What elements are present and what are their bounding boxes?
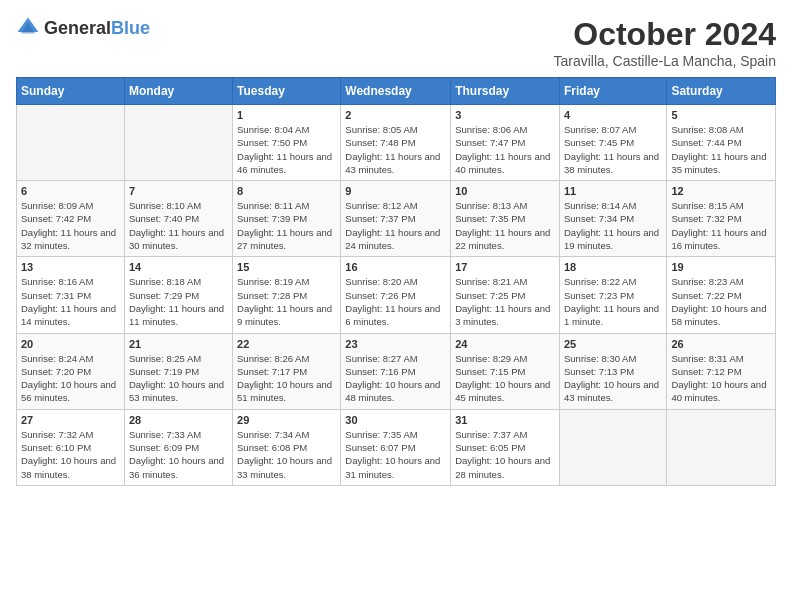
logo-text: GeneralBlue (44, 18, 150, 39)
header-thursday: Thursday (451, 78, 560, 105)
table-row: 5Sunrise: 8:08 AM Sunset: 7:44 PM Daylig… (667, 105, 776, 181)
table-row (559, 409, 666, 485)
table-row: 25Sunrise: 8:30 AM Sunset: 7:13 PM Dayli… (559, 333, 666, 409)
table-row: 18Sunrise: 8:22 AM Sunset: 7:23 PM Dayli… (559, 257, 666, 333)
day-info: Sunrise: 8:23 AM Sunset: 7:22 PM Dayligh… (671, 275, 771, 328)
day-info: Sunrise: 8:25 AM Sunset: 7:19 PM Dayligh… (129, 352, 228, 405)
table-row: 12Sunrise: 8:15 AM Sunset: 7:32 PM Dayli… (667, 181, 776, 257)
day-number: 18 (564, 261, 662, 273)
calendar-week-row: 20Sunrise: 8:24 AM Sunset: 7:20 PM Dayli… (17, 333, 776, 409)
location-subtitle: Taravilla, Castille-La Mancha, Spain (553, 53, 776, 69)
day-info: Sunrise: 8:06 AM Sunset: 7:47 PM Dayligh… (455, 123, 555, 176)
day-number: 15 (237, 261, 336, 273)
table-row: 22Sunrise: 8:26 AM Sunset: 7:17 PM Dayli… (233, 333, 341, 409)
day-number: 29 (237, 414, 336, 426)
day-number: 1 (237, 109, 336, 121)
calendar-week-row: 13Sunrise: 8:16 AM Sunset: 7:31 PM Dayli… (17, 257, 776, 333)
day-info: Sunrise: 8:08 AM Sunset: 7:44 PM Dayligh… (671, 123, 771, 176)
table-row: 2Sunrise: 8:05 AM Sunset: 7:48 PM Daylig… (341, 105, 451, 181)
day-info: Sunrise: 8:19 AM Sunset: 7:28 PM Dayligh… (237, 275, 336, 328)
day-info: Sunrise: 8:26 AM Sunset: 7:17 PM Dayligh… (237, 352, 336, 405)
day-number: 28 (129, 414, 228, 426)
calendar-table: Sunday Monday Tuesday Wednesday Thursday… (16, 77, 776, 486)
day-number: 17 (455, 261, 555, 273)
table-row: 21Sunrise: 8:25 AM Sunset: 7:19 PM Dayli… (124, 333, 232, 409)
table-row (124, 105, 232, 181)
day-number: 4 (564, 109, 662, 121)
day-number: 8 (237, 185, 336, 197)
day-info: Sunrise: 8:29 AM Sunset: 7:15 PM Dayligh… (455, 352, 555, 405)
table-row: 31Sunrise: 7:37 AM Sunset: 6:05 PM Dayli… (451, 409, 560, 485)
day-number: 26 (671, 338, 771, 350)
day-number: 9 (345, 185, 446, 197)
day-info: Sunrise: 8:04 AM Sunset: 7:50 PM Dayligh… (237, 123, 336, 176)
day-number: 2 (345, 109, 446, 121)
day-number: 25 (564, 338, 662, 350)
table-row (667, 409, 776, 485)
table-row: 30Sunrise: 7:35 AM Sunset: 6:07 PM Dayli… (341, 409, 451, 485)
day-number: 20 (21, 338, 120, 350)
calendar-week-row: 27Sunrise: 7:32 AM Sunset: 6:10 PM Dayli… (17, 409, 776, 485)
day-number: 6 (21, 185, 120, 197)
logo: GeneralBlue (16, 16, 150, 40)
table-row: 10Sunrise: 8:13 AM Sunset: 7:35 PM Dayli… (451, 181, 560, 257)
day-info: Sunrise: 8:20 AM Sunset: 7:26 PM Dayligh… (345, 275, 446, 328)
table-row: 13Sunrise: 8:16 AM Sunset: 7:31 PM Dayli… (17, 257, 125, 333)
logo-blue: Blue (111, 18, 150, 38)
day-info: Sunrise: 7:32 AM Sunset: 6:10 PM Dayligh… (21, 428, 120, 481)
table-row: 9Sunrise: 8:12 AM Sunset: 7:37 PM Daylig… (341, 181, 451, 257)
day-info: Sunrise: 7:34 AM Sunset: 6:08 PM Dayligh… (237, 428, 336, 481)
day-info: Sunrise: 8:24 AM Sunset: 7:20 PM Dayligh… (21, 352, 120, 405)
header-sunday: Sunday (17, 78, 125, 105)
day-number: 24 (455, 338, 555, 350)
logo-icon (16, 16, 40, 40)
header-monday: Monday (124, 78, 232, 105)
table-row: 15Sunrise: 8:19 AM Sunset: 7:28 PM Dayli… (233, 257, 341, 333)
calendar-week-row: 1Sunrise: 8:04 AM Sunset: 7:50 PM Daylig… (17, 105, 776, 181)
table-row: 4Sunrise: 8:07 AM Sunset: 7:45 PM Daylig… (559, 105, 666, 181)
day-number: 13 (21, 261, 120, 273)
header-saturday: Saturday (667, 78, 776, 105)
day-info: Sunrise: 8:18 AM Sunset: 7:29 PM Dayligh… (129, 275, 228, 328)
day-number: 21 (129, 338, 228, 350)
month-title: October 2024 (553, 16, 776, 53)
day-info: Sunrise: 7:35 AM Sunset: 6:07 PM Dayligh… (345, 428, 446, 481)
table-row: 7Sunrise: 8:10 AM Sunset: 7:40 PM Daylig… (124, 181, 232, 257)
day-info: Sunrise: 8:21 AM Sunset: 7:25 PM Dayligh… (455, 275, 555, 328)
day-number: 3 (455, 109, 555, 121)
header-wednesday: Wednesday (341, 78, 451, 105)
table-row: 26Sunrise: 8:31 AM Sunset: 7:12 PM Dayli… (667, 333, 776, 409)
day-number: 14 (129, 261, 228, 273)
day-number: 30 (345, 414, 446, 426)
day-info: Sunrise: 8:31 AM Sunset: 7:12 PM Dayligh… (671, 352, 771, 405)
day-info: Sunrise: 8:14 AM Sunset: 7:34 PM Dayligh… (564, 199, 662, 252)
table-row: 3Sunrise: 8:06 AM Sunset: 7:47 PM Daylig… (451, 105, 560, 181)
calendar-week-row: 6Sunrise: 8:09 AM Sunset: 7:42 PM Daylig… (17, 181, 776, 257)
table-row (17, 105, 125, 181)
header-tuesday: Tuesday (233, 78, 341, 105)
day-number: 22 (237, 338, 336, 350)
day-number: 31 (455, 414, 555, 426)
day-number: 11 (564, 185, 662, 197)
table-row: 17Sunrise: 8:21 AM Sunset: 7:25 PM Dayli… (451, 257, 560, 333)
day-info: Sunrise: 8:22 AM Sunset: 7:23 PM Dayligh… (564, 275, 662, 328)
day-number: 16 (345, 261, 446, 273)
day-number: 10 (455, 185, 555, 197)
table-row: 8Sunrise: 8:11 AM Sunset: 7:39 PM Daylig… (233, 181, 341, 257)
day-info: Sunrise: 8:11 AM Sunset: 7:39 PM Dayligh… (237, 199, 336, 252)
table-row: 29Sunrise: 7:34 AM Sunset: 6:08 PM Dayli… (233, 409, 341, 485)
table-row: 20Sunrise: 8:24 AM Sunset: 7:20 PM Dayli… (17, 333, 125, 409)
day-info: Sunrise: 8:07 AM Sunset: 7:45 PM Dayligh… (564, 123, 662, 176)
table-row: 16Sunrise: 8:20 AM Sunset: 7:26 PM Dayli… (341, 257, 451, 333)
day-number: 19 (671, 261, 771, 273)
table-row: 6Sunrise: 8:09 AM Sunset: 7:42 PM Daylig… (17, 181, 125, 257)
day-info: Sunrise: 8:27 AM Sunset: 7:16 PM Dayligh… (345, 352, 446, 405)
day-info: Sunrise: 8:13 AM Sunset: 7:35 PM Dayligh… (455, 199, 555, 252)
day-info: Sunrise: 8:09 AM Sunset: 7:42 PM Dayligh… (21, 199, 120, 252)
calendar-body: 1Sunrise: 8:04 AM Sunset: 7:50 PM Daylig… (17, 105, 776, 486)
table-row: 24Sunrise: 8:29 AM Sunset: 7:15 PM Dayli… (451, 333, 560, 409)
day-info: Sunrise: 8:15 AM Sunset: 7:32 PM Dayligh… (671, 199, 771, 252)
day-info: Sunrise: 8:10 AM Sunset: 7:40 PM Dayligh… (129, 199, 228, 252)
logo-general: General (44, 18, 111, 38)
day-info: Sunrise: 8:05 AM Sunset: 7:48 PM Dayligh… (345, 123, 446, 176)
